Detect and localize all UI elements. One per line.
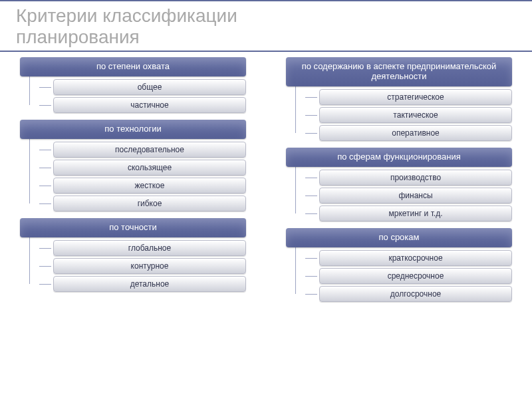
list-item: жесткое — [53, 178, 246, 194]
list-item: среднесрочное — [319, 268, 512, 284]
list-item: контурное — [53, 258, 246, 274]
left-group-2: по точностиглобальноеконтурноедетальное — [20, 218, 246, 292]
group-header: по сферам функционирования — [286, 148, 512, 167]
right-group-1: по сферам функционированияпроизводствофи… — [286, 148, 512, 221]
title-bar: Критерии классификации планирования — [0, 0, 532, 52]
list-item: стратегическое — [319, 89, 512, 105]
group-header: по степени охвата — [20, 57, 246, 76]
list-item: мркетинг и т.д. — [319, 205, 512, 221]
list-item: производство — [319, 170, 512, 186]
list-item: общее — [53, 79, 246, 95]
list-item: последовательное — [53, 142, 246, 158]
group-header: по срокам — [286, 228, 512, 247]
left-column: по степени охватаобщеечастичноепо технол… — [20, 57, 246, 302]
group-items: производствофинансымркетинг и т.д. — [305, 167, 512, 221]
left-group-0: по степени охватаобщеечастичное — [20, 57, 246, 113]
list-item: скользящее — [53, 160, 246, 176]
group-header: по технологии — [20, 120, 246, 139]
list-item: краткосрочное — [319, 250, 512, 266]
list-item: гибкое — [53, 196, 246, 211]
group-items: краткосрочноесреднесрочноедолгосрочное — [305, 247, 512, 302]
list-item: оперативное — [319, 125, 512, 141]
group-items: общеечастичное — [39, 76, 246, 113]
list-item: финансы — [319, 188, 512, 203]
group-items: стратегическоетактическоеоперативное — [305, 86, 512, 141]
title-line-2: планирования — [16, 27, 140, 47]
list-item: тактическое — [319, 107, 512, 123]
list-item: глобальное — [53, 240, 246, 256]
list-item: частичное — [53, 97, 246, 113]
page-title: Критерии классификации планирования — [16, 5, 532, 48]
diagram-columns: по степени охватаобщеечастичноепо технол… — [0, 52, 532, 302]
right-column: по содержанию в аспекте предпринимательс… — [286, 57, 512, 302]
right-group-2: по срокамкраткосрочноесреднесрочноедолго… — [286, 228, 512, 302]
list-item: долгосрочное — [319, 286, 512, 302]
group-items: последовательноескользящеежесткоегибкое — [39, 139, 246, 211]
right-group-0: по содержанию в аспекте предпринимательс… — [286, 57, 512, 141]
group-items: глобальноеконтурноедетальное — [39, 237, 246, 292]
left-group-1: по технологиипоследовательноескользящееж… — [20, 120, 246, 211]
group-header: по содержанию в аспекте предпринимательс… — [286, 57, 512, 86]
group-header: по точности — [20, 218, 246, 237]
list-item: детальное — [53, 276, 246, 292]
title-line-1: Критерии классификации — [16, 5, 237, 26]
